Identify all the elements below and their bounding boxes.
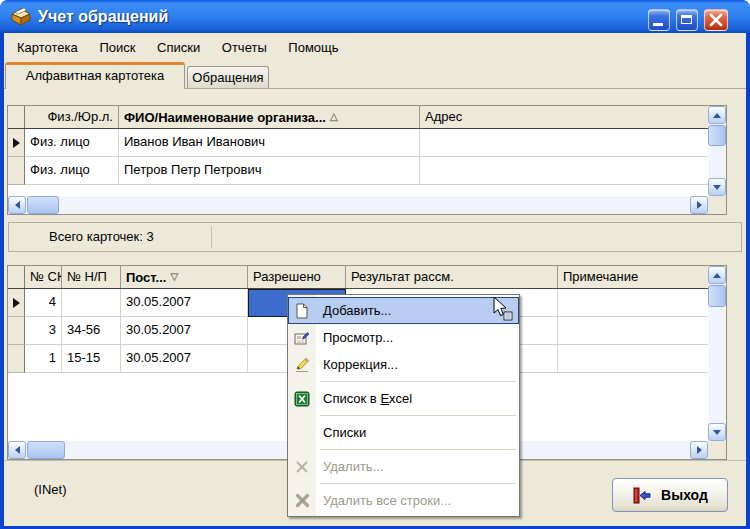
cards-table-header: Физ./Юр.л. ФИО/Наименование организа...△… (8, 106, 708, 129)
context-menu-item-excel[interactable]: Список в Excel (288, 385, 519, 412)
scrollbar-thumb[interactable] (708, 285, 726, 307)
cell-note[interactable] (558, 345, 708, 373)
column-header-result[interactable]: Результат рассм. (346, 266, 558, 288)
scrollbar-corner (708, 441, 726, 459)
arrow-down-icon (713, 185, 721, 190)
context-menu-item-correction[interactable]: Коррекция... (288, 351, 519, 378)
tab-appeals[interactable]: Обращения (187, 66, 269, 89)
row-selector-cell (8, 289, 25, 317)
scroll-right-button[interactable] (690, 196, 708, 214)
column-header-post[interactable]: Пост...▽ (121, 266, 248, 288)
context-menu-item-excel-label: Список в Excel (316, 391, 412, 406)
row-selector-cell (8, 317, 25, 345)
cell-note[interactable] (558, 289, 708, 317)
new-document-icon (288, 303, 316, 319)
cards-table: Физ./Юр.л. ФИО/Наименование организа...△… (7, 105, 727, 215)
scrollbar-thumb[interactable] (27, 441, 65, 459)
close-icon (705, 10, 727, 30)
app-window: Учет обращений Картотека Поиск Списки От… (0, 0, 750, 529)
column-header-allowed[interactable]: Разрешено (248, 266, 346, 288)
arrow-left-icon (15, 446, 20, 454)
context-menu-item-delete-label: Удалить... (316, 459, 383, 474)
cell-post[interactable]: 30.05.2007 (121, 345, 248, 373)
table-row[interactable]: Физ. лицо Петров Петр Петрович (8, 157, 708, 185)
cell-np[interactable] (62, 289, 121, 317)
menu-separator (288, 378, 519, 385)
cell-np[interactable]: 15-15 (62, 345, 121, 373)
mouse-cursor-icon (492, 296, 514, 325)
cell-address[interactable] (420, 129, 708, 157)
minimize-button[interactable] (648, 9, 670, 31)
menu-item-pomosch[interactable]: Помощь (279, 36, 347, 60)
cell-sk[interactable]: 3 (25, 317, 62, 345)
maximize-button[interactable] (676, 9, 698, 31)
cell-sk[interactable]: 1 (25, 345, 62, 373)
context-menu-item-add-label: Добавить... (316, 303, 391, 318)
excel-icon (288, 391, 316, 407)
arrow-up-icon (713, 273, 721, 278)
context-menu: Добавить... Просмотр... Коррекция... Спи… (287, 294, 520, 517)
requests-table-header: № СК № Н/П Пост...▽ Разрешено Результат … (8, 266, 708, 289)
row-selector-header (8, 106, 25, 128)
pencil-icon (288, 357, 316, 373)
scroll-down-button[interactable] (708, 178, 726, 196)
column-header-sk[interactable]: № СК (25, 266, 62, 288)
cell-address[interactable] (420, 157, 708, 185)
column-header-type[interactable]: Физ./Юр.л. (25, 106, 119, 128)
context-menu-item-view[interactable]: Просмотр... (288, 324, 519, 351)
current-row-marker-icon (13, 298, 20, 308)
scroll-right-button[interactable] (690, 441, 708, 459)
column-header-np[interactable]: № Н/П (62, 266, 121, 288)
window-title: Учет обращений (38, 0, 168, 33)
column-header-name[interactable]: ФИО/Наименование организа...△ (119, 106, 420, 128)
panel-divider (211, 226, 212, 248)
context-menu-item-lists-label: Списки (316, 425, 366, 440)
menu-separator (288, 480, 519, 487)
context-menu-item-lists[interactable]: Списки (288, 419, 519, 446)
scroll-down-button[interactable] (708, 423, 726, 441)
row-selector-cell (8, 157, 25, 185)
context-menu-item-delete-all: Удалить все строки... (288, 487, 519, 514)
minimize-icon (653, 23, 663, 26)
arrow-down-icon (713, 430, 721, 435)
table-row[interactable]: Физ. лицо Иванов Иван Иванович (8, 129, 708, 157)
column-header-note[interactable]: Примечание (558, 266, 708, 288)
cell-name[interactable]: Иванов Иван Иванович (119, 129, 420, 157)
title-bar: Учет обращений (0, 0, 750, 33)
cell-post[interactable]: 30.05.2007 (121, 289, 248, 317)
exit-button-label: Выход (661, 487, 708, 503)
scroll-left-button[interactable] (8, 196, 26, 214)
cell-np[interactable]: 34-56 (62, 317, 121, 345)
scrollbar-thumb[interactable] (27, 196, 59, 214)
row-selector-cell (8, 345, 25, 373)
scroll-up-button[interactable] (708, 106, 726, 124)
menu-item-otchety[interactable]: Отчеты (213, 36, 276, 60)
scroll-left-button[interactable] (8, 441, 26, 459)
tab-alphabetical-cardfile[interactable]: Алфавитная картотека (5, 62, 185, 89)
cell-name[interactable]: Петров Петр Петрович (119, 157, 420, 185)
menu-item-spiski[interactable]: Списки (148, 36, 209, 60)
exit-button[interactable]: Выход (612, 478, 728, 512)
column-header-address[interactable]: Адрес (420, 106, 708, 128)
scroll-up-button[interactable] (708, 266, 726, 284)
cell-sk[interactable]: 4 (25, 289, 62, 317)
arrow-right-icon (697, 446, 702, 454)
scrollbar-thumb[interactable] (708, 125, 726, 146)
cell-note[interactable] (558, 317, 708, 345)
menu-item-kartoteka[interactable]: Картотека (8, 36, 87, 60)
row-selector-cell (8, 129, 25, 157)
horizontal-scrollbar (8, 196, 708, 214)
maximize-icon (681, 15, 692, 24)
summary-panel: Всего карточек: 3 (8, 222, 742, 252)
menu-item-poisk[interactable]: Поиск (90, 36, 144, 60)
menu-separator (288, 446, 519, 453)
exit-icon (632, 487, 652, 504)
context-menu-item-add[interactable]: Добавить... (288, 297, 519, 324)
app-icon (10, 7, 32, 26)
cell-post[interactable]: 30.05.2007 (121, 317, 248, 345)
statusbar-inet-label: (INet) (34, 482, 67, 497)
cell-type[interactable]: Физ. лицо (25, 157, 119, 185)
table-empty-area (8, 185, 708, 196)
close-button[interactable] (704, 9, 728, 31)
cell-type[interactable]: Физ. лицо (25, 129, 119, 157)
